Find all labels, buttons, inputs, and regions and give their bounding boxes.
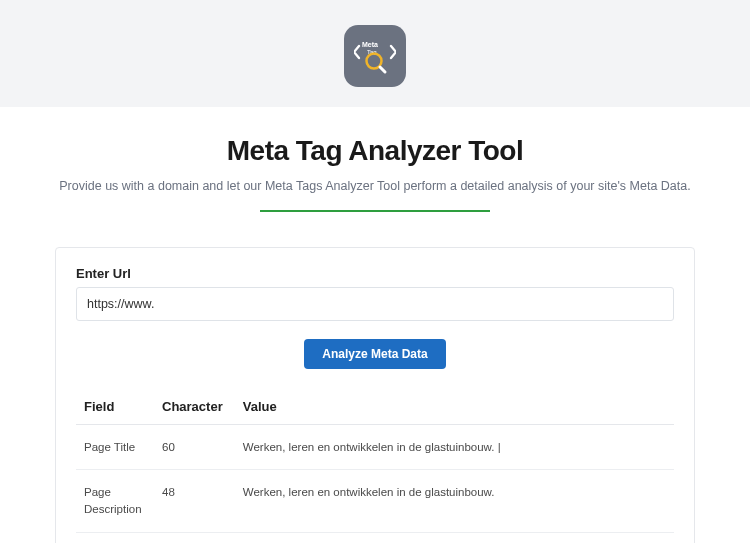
svg-text:Meta: Meta	[362, 41, 378, 48]
svg-line-3	[380, 67, 385, 72]
table-row: Page Description 48 Werken, leren en ont…	[76, 470, 674, 532]
analyzer-card: Enter Url Analyze Meta Data Field Charac…	[55, 247, 695, 543]
cell-character: 48	[154, 470, 235, 532]
cell-character: 60	[154, 424, 235, 470]
table-header-row: Field Character Value	[76, 389, 674, 425]
cell-field: Keywords	[76, 532, 154, 543]
header-section: Meta Tag Analyzer Tool Provide us with a…	[0, 107, 750, 212]
title-underline	[260, 210, 490, 212]
table-row: Keywords 90 Opleiding,ontwikkeling,vacat…	[76, 532, 674, 543]
cell-value: Opleiding,ontwikkeling,vacatures,cursuss…	[235, 532, 674, 543]
cell-character: 90	[154, 532, 235, 543]
logo-icon: Meta Tag	[354, 35, 396, 77]
col-field: Field	[76, 389, 154, 425]
cell-value: Werken, leren en ontwikkelen in de glast…	[235, 424, 674, 470]
col-character: Character	[154, 389, 235, 425]
url-input[interactable]	[76, 287, 674, 321]
page-title: Meta Tag Analyzer Tool	[40, 135, 710, 167]
hero-section: Meta Tag	[0, 0, 750, 107]
app-logo: Meta Tag	[344, 25, 406, 87]
analyze-button[interactable]: Analyze Meta Data	[304, 339, 445, 369]
cell-field: Page Title	[76, 424, 154, 470]
table-row: Page Title 60 Werken, leren en ontwikkel…	[76, 424, 674, 470]
results-table: Field Character Value Page Title 60 Werk…	[76, 389, 674, 543]
url-label: Enter Url	[76, 266, 674, 281]
cell-value: Werken, leren en ontwikkelen in de glast…	[235, 470, 674, 532]
col-value: Value	[235, 389, 674, 425]
cell-field: Page Description	[76, 470, 154, 532]
page-subtitle: Provide us with a domain and let our Met…	[40, 177, 710, 196]
